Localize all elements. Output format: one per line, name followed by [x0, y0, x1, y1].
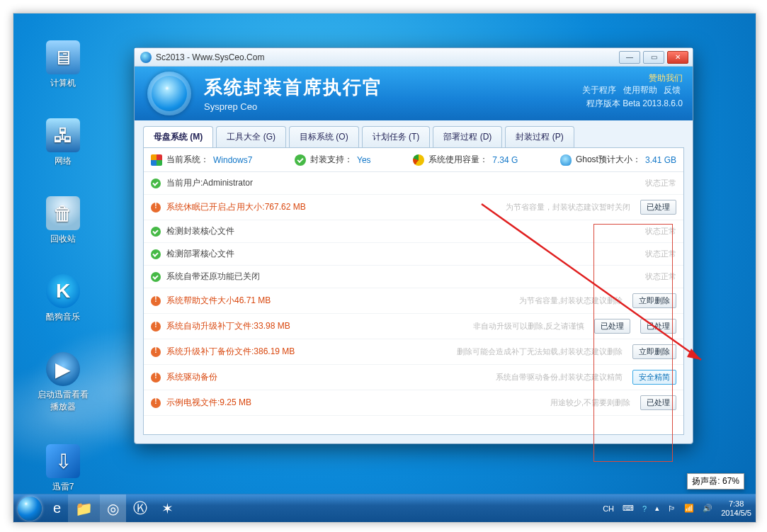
tray-volume-icon[interactable]: 🔊: [698, 494, 717, 522]
ghost-label: Ghost预计大小：: [576, 154, 641, 166]
tab-tools[interactable]: 工具大全 (G): [216, 126, 286, 147]
os-label: 当前系统：: [166, 154, 209, 166]
row-action-button[interactable]: 立即删除: [632, 293, 676, 308]
tray-help-icon[interactable]: ?: [638, 494, 651, 522]
link-help[interactable]: 使用帮助: [623, 85, 657, 95]
check-list: 当前用户:Administrator状态正常系统休眠已开启,占用大小:767.6…: [144, 172, 683, 434]
check-row: 示例电视文件:9.25 MB用途较少,不需要则删除已处理: [144, 390, 683, 416]
desktop-icon-recycle-bin[interactable]: 🗑 回收站: [35, 196, 91, 245]
tray-chevron-icon[interactable]: ▴: [651, 494, 664, 522]
taskbar-item-explorer[interactable]: 📁: [68, 494, 100, 523]
tab-package-process[interactable]: 封装过程 (P): [505, 126, 574, 147]
taskbar-item-ie[interactable]: e: [46, 494, 68, 523]
row-status: 状态正常: [634, 178, 676, 188]
row-hint: 用途较少,不需要则删除: [550, 397, 630, 408]
tab-strip: 母盘系统 (M) 工具大全 (G) 目标系统 (O) 计划任务 (T) 部署过程…: [135, 120, 693, 147]
clock-date: 2014/5/5: [721, 509, 751, 517]
status-ok-icon: [151, 179, 161, 188]
desktop-icon-label: 回收站: [35, 233, 91, 245]
row-action-button[interactable]: 立即删除: [632, 344, 676, 359]
speaker-tooltip: 扬声器: 67%: [687, 473, 744, 489]
row-title: 检测部署核心文件: [166, 248, 234, 260]
row-status: 状态正常: [634, 226, 676, 237]
status-bar: 当前系统： Windows7 封装支持： Yes 系统使用容量： 7.34 G: [144, 148, 683, 172]
check-row: 系统驱动备份系统自带驱动备份,封装状态建议精简安全精简: [144, 365, 683, 390]
tab-master-disk[interactable]: 母盘系统 (M): [143, 126, 213, 147]
maximize-button[interactable]: ▭: [643, 51, 664, 64]
row-title: 系统自带还原功能已关闭: [166, 271, 260, 283]
desktop-icon-xunlei-player[interactable]: ▶ 启动迅雷看看 播放器: [35, 352, 91, 413]
taskbar-item-xunlei[interactable]: ✶: [154, 494, 181, 523]
kugou-icon: K: [46, 274, 80, 308]
pie-chart-icon: [413, 154, 424, 166]
desktop-icon-kugou[interactable]: K 酷狗音乐: [35, 274, 91, 323]
row-hint: 非自动升级可以删除,反之请谨慎: [473, 321, 584, 332]
desktop-icon-computer[interactable]: 🖥 计算机: [35, 40, 91, 89]
app-header: 系统封装首席执行官 Sysprep Ceo 赞助我们 关于程序 使用帮助 反馈 …: [135, 67, 693, 120]
desktop-icon-label: 网络: [35, 155, 91, 167]
ghost-value: 3.41 GB: [645, 155, 676, 165]
check-row: 系统休眠已开启,占用大小:767.62 MB为节省容量，封装状态建议暂时关闭已处…: [144, 195, 683, 220]
status-warn-icon: [151, 373, 161, 383]
status-warn-icon: [151, 322, 161, 332]
taskbar-clock[interactable]: 7:38 2014/5/5: [717, 494, 756, 522]
minimize-button[interactable]: —: [619, 51, 640, 64]
sponsor-link[interactable]: 赞助我们: [580, 72, 683, 84]
desktop-icon-network[interactable]: 🖧 网络: [35, 118, 91, 167]
status-warn-icon: [151, 296, 161, 306]
pack-value: Yes: [357, 155, 371, 165]
row-hint: 系统自带驱动备份,封装状态建议精简: [496, 372, 623, 383]
taskbar-item-sysceo[interactable]: ◎: [100, 494, 126, 523]
desktop-icon-xunlei7[interactable]: ⇩ 迅雷7: [35, 444, 91, 493]
app-logo-icon: [147, 72, 191, 115]
status-ok-icon: [151, 249, 161, 259]
status-ok-icon: [151, 272, 161, 282]
row-title: 当前用户:Administrator: [166, 177, 253, 189]
desktop-icon-label: 迅雷7: [35, 481, 91, 493]
desktop-icon-label: 启动迅雷看看 播放器: [35, 389, 91, 413]
check-row: 检测封装核心文件状态正常: [144, 220, 683, 243]
tray-network-icon[interactable]: 📶: [680, 494, 698, 522]
main-panel: 当前系统： Windows7 封装支持： Yes 系统使用容量： 7.34 G: [143, 147, 684, 435]
row-action-button[interactable]: 已处理: [640, 319, 676, 334]
titlebar[interactable]: Sc2013 - Www.SysCeo.Com — ▭ ✕: [135, 48, 693, 67]
row-status: 状态正常: [634, 271, 676, 282]
tab-scheduled-tasks[interactable]: 计划任务 (T): [362, 126, 431, 147]
desktop-icon-label: 酷狗音乐: [35, 311, 91, 323]
link-about[interactable]: 关于程序: [582, 85, 616, 95]
row-title: 系统休眠已开启,占用大小:767.62 MB: [166, 201, 306, 213]
row-action-button[interactable]: 已处理: [594, 319, 630, 334]
status-warn-icon: [151, 203, 161, 213]
tray-language[interactable]: CH: [598, 494, 618, 522]
row-action-button[interactable]: 已处理: [640, 200, 676, 215]
tab-target-system[interactable]: 目标系统 (O): [289, 126, 359, 147]
clock-time: 7:38: [729, 499, 744, 508]
tray-ime-icon[interactable]: ⌨: [618, 494, 638, 522]
row-action-button[interactable]: 已处理: [640, 395, 676, 410]
start-button[interactable]: [13, 494, 46, 523]
row-title: 系统自动升级补丁文件:33.98 MB: [166, 320, 290, 332]
row-title: 系统帮助文件大小46.71 MB: [166, 295, 271, 307]
recycle-bin-icon: 🗑: [46, 196, 80, 230]
row-action-button[interactable]: 安全精简: [632, 370, 676, 385]
desktop-icon-label: 计算机: [35, 77, 91, 89]
monitor-icon: 🖥: [46, 40, 80, 74]
tab-deploy-process[interactable]: 部署过程 (D): [433, 126, 502, 147]
row-title: 检测封装核心文件: [166, 225, 234, 237]
play-icon: ▶: [46, 352, 80, 386]
pack-label: 封装支持：: [310, 154, 353, 166]
link-feedback[interactable]: 反馈: [664, 85, 681, 95]
tray-action-center-icon[interactable]: 🏳: [664, 494, 680, 522]
row-title: 系统驱动备份: [166, 371, 217, 383]
row-status: 状态正常: [634, 249, 676, 259]
check-row: 当前用户:Administrator状态正常: [144, 172, 683, 195]
row-hint: 为节省容量，封装状态建议暂时关闭: [506, 202, 630, 213]
taskbar-item-kugou[interactable]: Ⓚ: [126, 494, 154, 523]
status-warn-icon: [151, 398, 161, 408]
os-value: Windows7: [213, 155, 252, 165]
row-hint: 删除可能会造成补丁无法知载,封装状态建议删除: [457, 346, 623, 357]
row-hint: 为节省容量,封装状态建议删除: [519, 295, 623, 306]
row-title: 系统升级补丁备份文件:386.19 MB: [166, 346, 295, 358]
close-button[interactable]: ✕: [667, 51, 688, 64]
window-title: Sc2013 - Www.SysCeo.Com: [156, 52, 264, 62]
